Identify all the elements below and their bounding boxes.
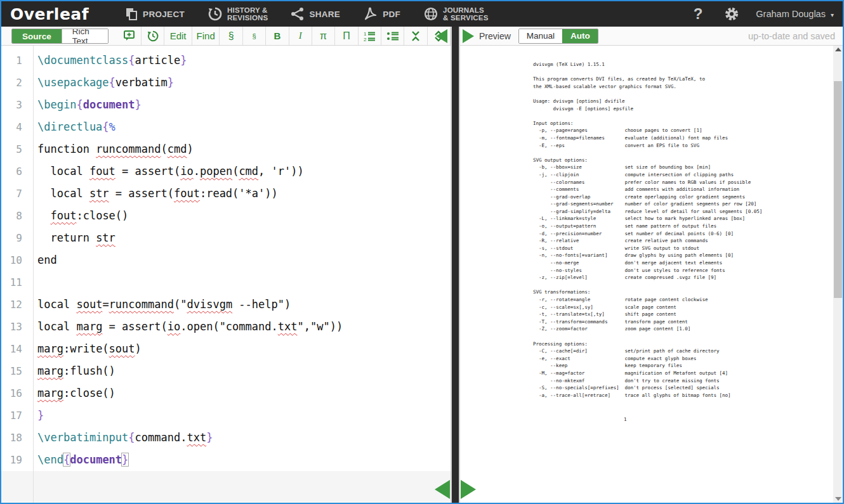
mode-switch: Source Rich Text [11, 29, 109, 44]
history-small-icon [147, 30, 159, 42]
code-line[interactable]: \end{document} [37, 449, 451, 471]
section-button[interactable]: § [220, 27, 242, 45]
code-line[interactable]: \begin{document} [37, 94, 451, 116]
chevron-down-icon: ▾ [831, 11, 834, 18]
line-number: 14 [1, 338, 33, 360]
find-button[interactable]: Find [192, 27, 220, 45]
code-line[interactable]: local str = assert(fout:read('*a')) [37, 183, 451, 205]
expand-preview-arrow-bottom[interactable] [461, 480, 476, 499]
scrollbar-thumb[interactable] [834, 81, 842, 298]
preview-toolbar: Preview Manual Auto up-to-date and saved [460, 27, 843, 46]
line-number: 4 [1, 116, 33, 138]
code-line[interactable]: local fout = assert(io.popen(cmd, 'r')) [37, 160, 451, 183]
user-menu[interactable]: Graham Douglas ▾ [756, 9, 834, 19]
preview-scrollbar[interactable] [833, 46, 843, 503]
line-number: 7 [1, 183, 33, 205]
line-number: 5 [1, 138, 33, 160]
pane-divider[interactable] [451, 27, 460, 503]
code-line[interactable]: end [37, 249, 451, 271]
line-number: 6 [1, 160, 33, 183]
collapse-editor-arrow-bottom[interactable] [435, 480, 450, 499]
line-number: 12 [1, 294, 33, 316]
compile-mode-switch: Manual Auto [518, 29, 598, 44]
bold-button[interactable]: B [266, 27, 289, 45]
nav-journals-services[interactable]: JOURNALS& SERVICES [423, 6, 488, 22]
scroll-down-arrow[interactable] [835, 497, 841, 501]
code-line[interactable]: \verbatiminput{command.txt} [37, 427, 451, 449]
svg-text:1: 1 [364, 31, 367, 37]
line-number: 16 [1, 382, 33, 404]
code-line[interactable]: } [37, 404, 451, 427]
code-line[interactable]: marg:close() [37, 382, 451, 404]
help-button[interactable]: ? [694, 5, 703, 23]
manual-compile-button[interactable]: Manual [519, 29, 562, 43]
italic-button[interactable]: I [289, 27, 312, 45]
compile-status: up-to-date and saved [748, 31, 843, 41]
user-name: Graham Douglas [756, 9, 826, 19]
code-line[interactable]: function runcommand(cmd) [37, 138, 451, 160]
nav-pdf-label: PDF [383, 10, 400, 19]
code-line[interactable]: local sout=runcommand("dvisvgm --help") [37, 294, 451, 316]
gear-icon [724, 6, 739, 22]
history-icon [208, 6, 223, 22]
edit-menu-button[interactable]: Edit [164, 27, 192, 45]
gutter-separator [33, 46, 34, 503]
pdf-icon [363, 6, 378, 22]
svg-text:2: 2 [364, 37, 367, 42]
code-line[interactable]: \documentclass{article} [37, 49, 451, 72]
editor-bottom-strip [1, 471, 451, 503]
code-line[interactable]: marg:flush() [37, 360, 451, 382]
nav-project-label: PROJECT [143, 10, 185, 19]
settings-gear-button[interactable] [724, 6, 739, 22]
editor-pane: Source Rich Text [1, 27, 451, 503]
inline-math-button[interactable]: π [312, 27, 335, 45]
display-math-button[interactable]: Π [335, 27, 358, 45]
line-number: 1 [1, 49, 33, 72]
bullet-list-button[interactable] [381, 27, 404, 45]
line-number: 2 [1, 72, 33, 94]
code-line[interactable]: return str [37, 227, 451, 249]
line-number: 13 [1, 316, 33, 338]
code-line[interactable]: marg:write(sout) [37, 338, 451, 360]
pdf-page-number: 1 [624, 417, 627, 422]
preview-label: Preview [479, 31, 511, 41]
collapse-editor-arrow[interactable] [436, 29, 447, 43]
code-line[interactable] [37, 271, 451, 294]
scroll-up-arrow[interactable] [835, 48, 841, 51]
subsection-button[interactable]: § [243, 27, 266, 45]
collapse-icon [410, 30, 421, 42]
track-changes-button[interactable] [142, 27, 164, 45]
auto-compile-button[interactable]: Auto [562, 29, 598, 43]
nav-project[interactable]: PROJECT [124, 7, 185, 21]
nav-share[interactable]: SHARE [291, 7, 340, 21]
collapse-button[interactable] [404, 27, 427, 45]
source-mode-button[interactable]: Source [12, 29, 62, 43]
preview-pane: Preview Manual Auto up-to-date and saved… [460, 27, 843, 503]
pdf-preview: dvisvgm (TeX Live) 1.15.1 This program c… [460, 46, 843, 503]
nav-history-revisions[interactable]: HISTORY &REVISIONS [208, 6, 268, 22]
line-number: 8 [1, 205, 33, 227]
navbar-right: ? Graham Douglas ▾ [694, 5, 834, 23]
nav-pdf[interactable]: PDF [363, 6, 400, 22]
line-number: 10 [1, 249, 33, 271]
code-line[interactable]: \directlua{% [37, 116, 451, 138]
comment-plus-icon [123, 30, 136, 42]
bullet-list-icon [386, 30, 399, 42]
code-line[interactable]: \usepackage{verbatim} [37, 72, 451, 94]
line-number: 17 [1, 404, 33, 427]
top-navbar: Overleaf PROJECT HISTORY &REVISIONS [1, 1, 843, 27]
code-editor[interactable]: 12345678910111213141516171819 \documentc… [1, 46, 451, 503]
code-line[interactable]: local marg = assert(io.open("command.txt… [37, 316, 451, 338]
rich-text-mode-button[interactable]: Rich Text [62, 29, 108, 43]
add-comment-button[interactable] [119, 27, 142, 45]
code-line[interactable]: fout:close() [37, 205, 451, 227]
expand-preview-arrow[interactable] [463, 29, 474, 43]
nav-share-label: SHARE [309, 10, 340, 19]
line-number: 18 [1, 427, 33, 449]
numbered-list-icon: 1 2 [363, 30, 376, 42]
globe-icon [423, 6, 438, 22]
overleaf-logo[interactable]: Overleaf [10, 5, 89, 23]
numbered-list-button[interactable]: 1 2 [359, 27, 381, 45]
code-area[interactable]: \documentclass{article}\usepackage{verba… [37, 49, 451, 471]
nav-history-label: HISTORY &REVISIONS [227, 6, 268, 22]
